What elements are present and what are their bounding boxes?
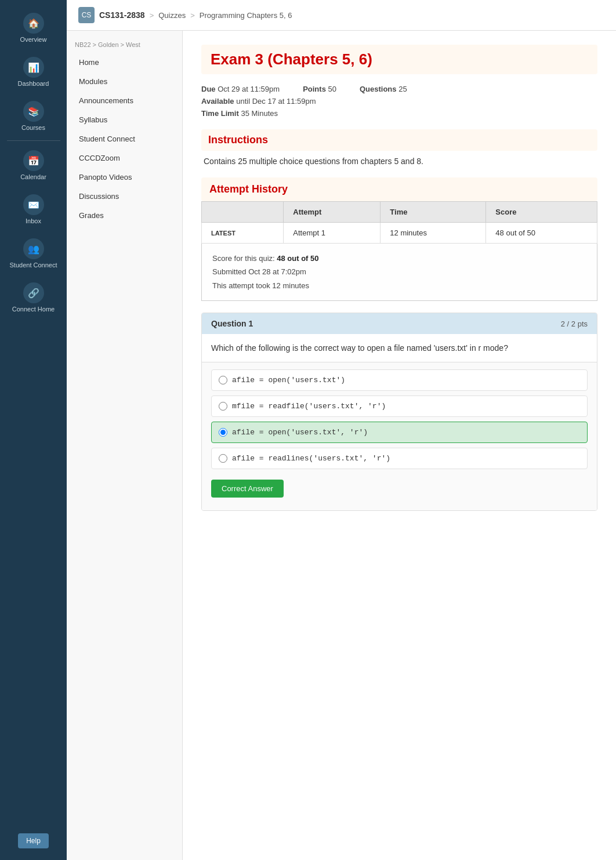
radio-c[interactable] — [219, 428, 227, 437]
score-detail-label: Score for this quiz: — [212, 254, 275, 263]
quiz-content: Exam 3 (Chapters 5, 6) Due Oct 29 at 11:… — [183, 31, 616, 860]
col-header-time: Time — [381, 202, 486, 223]
sidebar-item-courses[interactable]: 📚 Courses — [0, 94, 67, 138]
available-label: Available — [201, 97, 234, 106]
left-nav-student-connect[interactable]: Student Connect — [67, 129, 182, 148]
sidebar-item-overview[interactable]: 🏠 Overview — [0, 6, 67, 50]
left-nav-panopto[interactable]: Panopto Videos — [67, 168, 182, 187]
option-a[interactable]: afile = open('users.txt') — [211, 369, 588, 391]
attempt-table: Attempt Time Score LATEST Attempt 1 12 m… — [201, 201, 597, 244]
left-nav-grades[interactable]: Grades — [67, 206, 182, 225]
left-nav-announcements[interactable]: Announcements — [67, 91, 182, 110]
courses-icon: 📚 — [23, 101, 44, 122]
sidebar-item-label: Overview — [20, 36, 47, 43]
time-cell: 12 minutes — [381, 223, 486, 244]
col-header-badge — [202, 202, 284, 223]
question-1-label: Question 1 — [211, 319, 253, 328]
help-button[interactable]: Help — [18, 833, 49, 848]
correct-answer-button[interactable]: Correct Answer — [211, 480, 284, 498]
instructions-text: Contains 25 multiple choice questions fr… — [201, 157, 597, 166]
sidebar-item-label: Calendar — [20, 173, 46, 180]
score-detail-value: 48 out of 50 — [277, 254, 318, 263]
col-header-score: Score — [486, 202, 597, 223]
calendar-icon: 📅 — [23, 150, 44, 171]
score-details: Score for this quiz: 48 out of 50 Submit… — [201, 244, 597, 301]
radio-b[interactable] — [219, 402, 227, 411]
radio-d[interactable] — [219, 454, 227, 463]
content-wrapper: NB22 > Golden > West Home Modules Announ… — [67, 31, 616, 860]
breadcrumb-quizzes[interactable]: Quizzes — [158, 11, 186, 20]
sidebar-item-label: Inbox — [26, 217, 41, 224]
left-nav: NB22 > Golden > West Home Modules Announ… — [67, 31, 183, 860]
attempt-history-title: Attempt History — [201, 177, 597, 201]
option-b[interactable]: mfile = readfile('users.txt', 'r') — [211, 395, 588, 417]
attempt-cell[interactable]: Attempt 1 — [284, 223, 381, 244]
option-a-label: afile = open('users.txt') — [232, 376, 345, 384]
radio-a[interactable] — [219, 376, 227, 384]
overview-icon: 🏠 — [23, 13, 44, 34]
left-nav-syllabus[interactable]: Syllabus — [67, 110, 182, 129]
question-1-header: Question 1 2 / 2 pts — [202, 313, 597, 334]
questions-label: Questions — [360, 85, 397, 93]
time-taken-label: This attempt took — [212, 281, 270, 290]
sidebar-bottom: Help — [12, 828, 55, 854]
due-label: Due — [201, 85, 216, 93]
time-limit-label: Time Limit — [201, 109, 239, 118]
score-line: Score for this quiz: 48 out of 50 — [212, 252, 586, 265]
question-1-points: 2 / 2 pts — [561, 320, 588, 328]
instructions-title: Instructions — [201, 129, 597, 151]
time-taken-line: This attempt took 12 minutes — [212, 279, 586, 292]
table-row: LATEST Attempt 1 12 minutes 48 out of 50 — [202, 223, 597, 244]
left-nav-cccdzoom[interactable]: CCCDZoom — [67, 148, 182, 168]
inbox-icon: ✉️ — [23, 194, 44, 215]
questions-value: 25 — [398, 85, 407, 93]
answer-options: afile = open('users.txt') mfile = readfi… — [202, 362, 597, 510]
course-icon-label: CS — [82, 11, 92, 19]
quiz-title: Exam 3 (Chapters 5, 6) — [201, 45, 597, 74]
breadcrumb-quiz-name: Programming Chapters 5, 6 — [200, 11, 292, 20]
sidebar: 🏠 Overview 📊 Dashboard 📚 Courses 📅 Calen… — [0, 0, 67, 860]
sidebar-item-label: Student Connect — [10, 262, 57, 268]
question-1-body: Which of the following is the correct wa… — [202, 334, 597, 362]
submitted-label: Submitted — [212, 267, 247, 276]
breadcrumb-sep2: > — [190, 11, 195, 20]
question-1-block: Question 1 2 / 2 pts Which of the follow… — [201, 313, 597, 511]
sidebar-item-inbox[interactable]: ✉️ Inbox — [0, 187, 67, 231]
top-nav: CS CS131-2838 > Quizzes > Programming Ch… — [67, 0, 616, 31]
left-nav-modules[interactable]: Modules — [67, 72, 182, 91]
latest-badge: LATEST — [211, 230, 235, 237]
left-nav-discussions[interactable]: Discussions — [67, 187, 182, 206]
question-1-text: Which of the following is the correct wa… — [211, 343, 508, 353]
sidebar-divider — [7, 140, 60, 141]
points-value: 50 — [328, 85, 336, 93]
sidebar-item-dashboard[interactable]: 📊 Dashboard — [0, 50, 67, 94]
score-cell: 48 out of 50 — [486, 223, 597, 244]
option-d-label: afile = readlines('users.txt', 'r') — [232, 454, 390, 463]
submitted-line: Submitted Oct 28 at 7:02pm — [212, 265, 586, 278]
sidebar-item-label: Connect Home — [12, 306, 55, 313]
option-b-label: mfile = readfile('users.txt', 'r') — [232, 402, 386, 411]
quiz-time-limit: Time Limit 35 Minutes — [201, 109, 597, 118]
available-date: until Dec 17 at 11:59pm — [236, 97, 316, 106]
left-nav-home[interactable]: Home — [67, 53, 182, 72]
left-nav-breadcrumb: NB22 > Golden > West — [67, 37, 182, 53]
time-taken-value: 12 minutes — [272, 281, 309, 290]
quiz-meta-due: Due Oct 29 at 11:59pm Points 50 Question… — [201, 85, 597, 93]
option-d[interactable]: afile = readlines('users.txt', 'r') — [211, 448, 588, 469]
points-label: Points — [303, 85, 326, 93]
sidebar-item-label: Dashboard — [18, 80, 49, 87]
sidebar-item-label: Courses — [21, 124, 45, 131]
breadcrumb-sep1: > — [150, 11, 154, 20]
student-connect-icon: 👥 — [23, 238, 44, 259]
option-c[interactable]: afile = open('users.txt', 'r') — [211, 422, 588, 443]
connect-home-icon: 🔗 — [23, 282, 44, 303]
sidebar-item-connect-home[interactable]: 🔗 Connect Home — [0, 275, 67, 320]
main-content: CS CS131-2838 > Quizzes > Programming Ch… — [67, 0, 616, 860]
course-icon: CS — [78, 7, 95, 23]
submitted-date: Oct 28 at 7:02pm — [248, 267, 306, 276]
course-name[interactable]: CS131-2838 — [99, 10, 145, 20]
due-date: Oct 29 at 11:59pm — [218, 85, 280, 93]
sidebar-item-calendar[interactable]: 📅 Calendar — [0, 143, 67, 187]
col-header-attempt: Attempt — [284, 202, 381, 223]
sidebar-item-student-connect[interactable]: 👥 Student Connect — [0, 231, 67, 275]
